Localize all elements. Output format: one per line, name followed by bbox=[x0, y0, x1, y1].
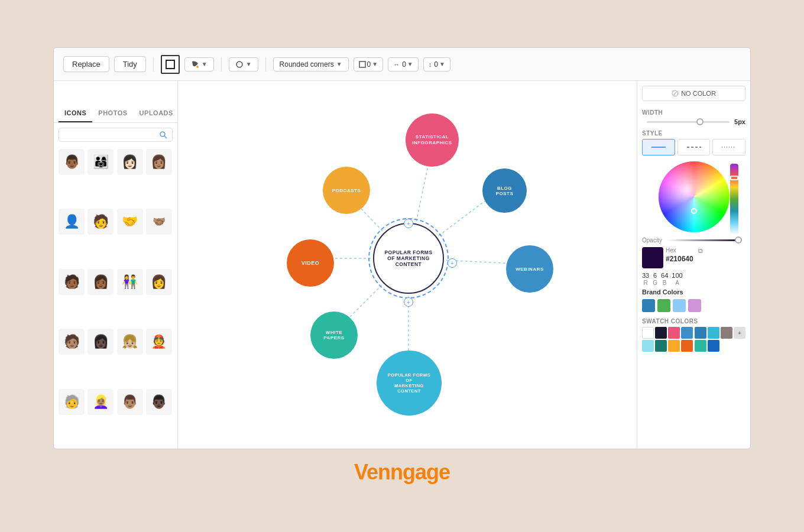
rect-icon bbox=[166, 60, 175, 69]
node-center[interactable]: POPULAR FORMSOF MARKETINGCONTENT bbox=[373, 223, 444, 294]
plus-handle-bottom[interactable]: + bbox=[404, 297, 413, 307]
chevron-icon-6: ▼ bbox=[439, 61, 445, 67]
search-bar[interactable] bbox=[59, 128, 173, 142]
canvas-area[interactable]: STATISTICALINFOGRAPHICS PODCASTS BLOGPOS… bbox=[178, 81, 637, 449]
toolbar-divider-1 bbox=[153, 57, 154, 72]
rgba-a: 100 A bbox=[672, 272, 682, 286]
width-value: 0 bbox=[367, 60, 371, 69]
swatch-orange[interactable] bbox=[681, 340, 693, 352]
swatch-lightcyan[interactable] bbox=[642, 340, 654, 352]
replace-button[interactable]: Replace bbox=[63, 56, 109, 72]
icon-item[interactable]: 👧🏼 bbox=[117, 329, 143, 355]
rgba-b: 64 B bbox=[661, 272, 668, 286]
node-blogposts[interactable]: BLOGPOSTS bbox=[482, 168, 527, 213]
icon-item[interactable]: 👩🏻 bbox=[117, 149, 143, 175]
icon-item[interactable]: 👩🏽 bbox=[146, 149, 172, 175]
hex-label: Hex bbox=[666, 247, 693, 254]
a-value: 100 bbox=[672, 272, 682, 279]
icon-item[interactable]: 👩🏿 bbox=[87, 329, 114, 355]
icon-item[interactable]: 🧑🏽 bbox=[59, 329, 85, 355]
chevron-icon-2: ▼ bbox=[246, 61, 252, 67]
plus-handle-right[interactable]: + bbox=[448, 258, 457, 268]
width-slider[interactable] bbox=[647, 121, 730, 123]
svg-rect-3 bbox=[359, 61, 365, 67]
brand-color-3[interactable] bbox=[673, 299, 686, 312]
swatch-cyan[interactable] bbox=[708, 327, 719, 339]
icon-item[interactable]: 👤 bbox=[59, 209, 85, 235]
node-video[interactable]: VIDEO bbox=[287, 239, 334, 287]
swatch-pink[interactable] bbox=[668, 327, 680, 339]
icon-item[interactable]: 👩 bbox=[146, 269, 172, 295]
swatch-add[interactable]: + bbox=[734, 327, 745, 339]
search-input[interactable] bbox=[64, 131, 159, 139]
tab-photos[interactable]: PHOTOS bbox=[92, 105, 133, 122]
rgba-row: 33 R 6 G 64 B 100 A bbox=[642, 272, 745, 286]
swatch-blue1[interactable] bbox=[681, 327, 693, 339]
saturation-bar[interactable] bbox=[730, 164, 738, 235]
icon-item[interactable]: 👲 bbox=[146, 329, 172, 355]
icon-item[interactable]: 🧓 bbox=[59, 389, 85, 415]
color-wheel[interactable] bbox=[659, 161, 730, 232]
swatch-yellow[interactable] bbox=[668, 340, 680, 352]
tidy-button[interactable]: Tidy bbox=[114, 56, 146, 72]
width-input[interactable]: 0 ▼ bbox=[354, 57, 384, 72]
icon-item[interactable]: 👨🏽 bbox=[117, 389, 143, 415]
rgba-r: 33 R bbox=[642, 272, 649, 286]
color-preview-box[interactable] bbox=[642, 247, 663, 268]
corners-label: Rounded corners bbox=[280, 60, 334, 69]
icon-item[interactable]: 👨‍👩‍👧 bbox=[87, 149, 114, 175]
brand-color-1[interactable] bbox=[642, 299, 655, 312]
icon-item[interactable]: 🧑 bbox=[87, 209, 114, 235]
node-whitepapers[interactable]: WHITEPAPERS bbox=[310, 312, 358, 359]
swatch-teal[interactable] bbox=[655, 340, 667, 352]
swatch-white[interactable] bbox=[642, 327, 654, 339]
swatch-dark[interactable] bbox=[655, 327, 667, 339]
icon-item[interactable]: 🤝 bbox=[117, 209, 143, 235]
brand-color-4[interactable] bbox=[688, 299, 701, 312]
opacity-slider-thumb[interactable] bbox=[735, 236, 742, 244]
brand-color-2[interactable] bbox=[657, 299, 670, 312]
node-popular-bottom[interactable]: POPULAR FORMS OFMARKETING CONTENT bbox=[377, 351, 442, 416]
style-solid-btn[interactable] bbox=[642, 139, 675, 155]
plus-handle-top[interactable]: + bbox=[404, 219, 413, 228]
no-color-icon bbox=[672, 90, 679, 97]
icon-item[interactable]: 👨🏾 bbox=[59, 149, 85, 175]
shape-rect-button[interactable] bbox=[161, 55, 180, 74]
swatch-mint[interactable] bbox=[695, 340, 706, 352]
icon-item[interactable]: 👫 bbox=[117, 269, 143, 295]
style-dotted-btn[interactable] bbox=[712, 139, 745, 155]
style-row bbox=[642, 139, 745, 155]
arrow-y-input[interactable]: ↕ 0 ▼ bbox=[423, 57, 450, 72]
icon-item[interactable]: 👱🏽‍♀️ bbox=[87, 389, 114, 415]
arrow-x-icon: ↔ bbox=[393, 61, 400, 68]
tab-icons[interactable]: ICONS bbox=[59, 105, 92, 122]
node-statistical[interactable]: STATISTICALINFOGRAPHICS bbox=[406, 113, 459, 167]
tab-uploads[interactable]: UPLOADS bbox=[134, 105, 179, 122]
arrow-x-input[interactable]: ↔ 0 ▼ bbox=[388, 57, 419, 72]
left-panel-tabs: ICONS PHOTOS UPLOADS bbox=[54, 105, 177, 123]
dotted-line-icon bbox=[722, 146, 736, 148]
opacity-slider[interactable] bbox=[667, 239, 741, 241]
icon-item[interactable]: 👩🏾 bbox=[87, 269, 114, 295]
corners-dropdown[interactable]: Rounded corners ▼ bbox=[273, 57, 349, 72]
no-color-button[interactable]: NO COLOR bbox=[642, 86, 745, 101]
copy-icon[interactable]: ⧉ bbox=[698, 247, 703, 255]
paint-dropdown[interactable]: ▼ bbox=[184, 57, 214, 72]
icon-item[interactable]: 👨🏿 bbox=[146, 389, 172, 415]
icon-item[interactable]: 🧑🏾 bbox=[59, 269, 85, 295]
node-podcasts[interactable]: PODCASTS bbox=[323, 167, 370, 214]
width-slider-thumb[interactable] bbox=[696, 118, 704, 125]
swatch-mauve[interactable] bbox=[721, 327, 732, 339]
toolbar: Replace Tidy ▼ ▼ Rounded corners ▼ bbox=[54, 48, 750, 81]
rgba-g: 6 G bbox=[653, 272, 657, 286]
svg-point-4 bbox=[160, 132, 165, 137]
icon-item[interactable]: 🤝🏽 bbox=[146, 209, 172, 235]
node-webinars[interactable]: WEBINARS bbox=[506, 245, 553, 293]
swatch-navy[interactable] bbox=[708, 340, 719, 352]
svg-point-1 bbox=[196, 66, 199, 68]
toolbar-divider-3 bbox=[265, 57, 266, 72]
chevron-icon: ▼ bbox=[202, 61, 208, 67]
style-dashed-btn[interactable] bbox=[677, 139, 711, 155]
swatch-blue2[interactable] bbox=[695, 327, 706, 339]
circle-dropdown[interactable]: ▼ bbox=[229, 57, 258, 72]
